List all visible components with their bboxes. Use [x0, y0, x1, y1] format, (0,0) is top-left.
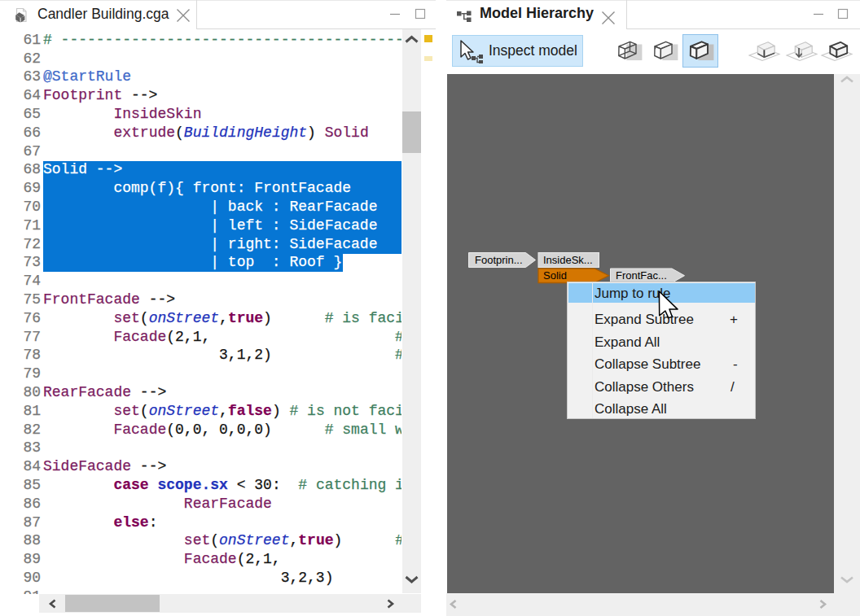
svg-text:Solid: Solid	[543, 269, 567, 282]
svg-text:InsideSk...: InsideSk...	[543, 254, 593, 266]
svg-text:Footprin...: Footprin...	[475, 254, 523, 266]
svg-text:FrontFac...: FrontFac...	[616, 269, 667, 282]
